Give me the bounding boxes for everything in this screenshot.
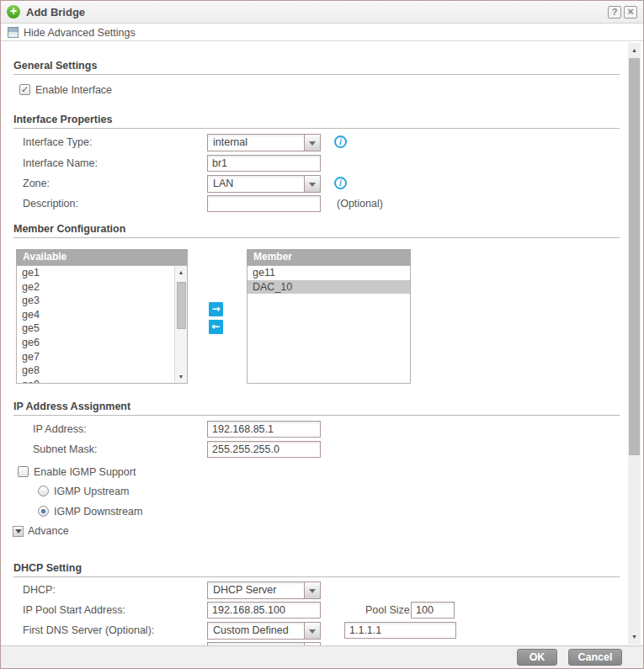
toggle-advanced-settings[interactable]: Hide Advanced Settings <box>24 27 136 39</box>
list-item[interactable]: ge7 <box>17 350 173 364</box>
scroll-up-icon[interactable]: ▲ <box>175 267 187 278</box>
first-dns-custom-input[interactable] <box>344 622 456 639</box>
description-label: Description: <box>23 198 78 210</box>
interface-type-info-icon[interactable]: i <box>334 135 347 148</box>
subnet-mask-label: Subnet Mask: <box>33 443 97 455</box>
advance-label[interactable]: Advance <box>28 525 69 537</box>
pool-size-label: Pool Size: <box>365 604 412 616</box>
available-list-header: Available <box>16 249 188 265</box>
close-button[interactable]: × <box>624 6 637 19</box>
zone-dropdown[interactable]: LAN <box>207 175 321 193</box>
check-icon: ✓ <box>21 84 29 95</box>
first-dns-value: Custom Defined <box>213 624 301 636</box>
dhcp-dropdown[interactable]: DHCP Server <box>207 581 321 599</box>
chevron-down-icon[interactable] <box>304 135 320 151</box>
enable-igmp-label: Enable IGMP Support <box>34 466 136 478</box>
chevron-down-icon[interactable] <box>304 582 320 598</box>
first-dns-dropdown[interactable]: Custom Defined <box>207 622 321 640</box>
section-ip-address-assignment: IP Address Assignment <box>13 401 620 416</box>
enable-igmp-checkbox[interactable] <box>18 466 29 477</box>
dialog-content: General Settings ✓ Enable Interface Inte… <box>1 41 624 647</box>
igmp-upstream-label: IGMP Upstream <box>54 486 129 497</box>
add-icon: + <box>7 5 20 19</box>
list-item[interactable]: ge3 <box>17 294 173 308</box>
interface-name-input[interactable] <box>207 155 321 172</box>
zone-value: LAN <box>213 178 301 189</box>
help-button[interactable]: ? <box>608 6 621 19</box>
list-item[interactable]: ge4 <box>17 308 173 322</box>
available-list: ge1 ge2 ge3 ge4 ge5 ge6 ge7 ge8 ge9 ▲ ▼ <box>16 265 188 384</box>
section-member-configuration: Member Configuration <box>13 223 620 238</box>
ip-address-label: IP Address: <box>33 423 87 435</box>
dhcp-value: DHCP Server <box>213 584 301 596</box>
advance-collapse-button[interactable] <box>13 526 24 537</box>
scrollbar-thumb[interactable] <box>629 58 640 455</box>
interface-type-value: internal <box>213 136 301 148</box>
move-right-button[interactable]: → <box>209 302 223 316</box>
section-general-settings: General Settings <box>13 60 620 75</box>
section-interface-properties: Interface Properties <box>13 114 620 129</box>
first-dns-label: First DNS Server (Optional): <box>23 624 154 636</box>
ok-button[interactable]: OK <box>517 649 557 666</box>
ip-pool-start-input[interactable] <box>207 602 321 619</box>
ip-pool-start-label: IP Pool Start Address: <box>23 604 125 616</box>
cancel-button[interactable]: Cancel <box>568 649 622 666</box>
member-list-header: Member <box>247 249 411 265</box>
advanced-settings-icon <box>8 27 19 38</box>
chevron-down-icon[interactable] <box>304 176 320 192</box>
dhcp-label: DHCP: <box>23 584 56 596</box>
scroll-down-icon[interactable]: ▼ <box>628 631 641 643</box>
scroll-up-icon[interactable]: ▲ <box>628 45 641 56</box>
section-dhcp-setting: DHCP Setting <box>13 562 620 577</box>
list-item[interactable]: ge9 <box>17 378 173 384</box>
dialog-title: Add Bridge <box>26 6 85 19</box>
list-item[interactable]: ge1 <box>17 266 173 280</box>
igmp-downstream-label: IGMP Downstream <box>54 506 142 518</box>
main-scrollbar[interactable]: ▲ ▼ <box>628 43 641 645</box>
description-input[interactable] <box>207 195 321 212</box>
ip-address-input[interactable] <box>207 421 321 438</box>
list-item[interactable]: ge8 <box>17 364 173 378</box>
list-item[interactable]: ge11 <box>247 266 410 280</box>
subnet-mask-input[interactable] <box>207 441 321 458</box>
list-item[interactable]: ge5 <box>17 321 173 336</box>
list-item-selected[interactable]: DAC_10 <box>247 280 410 295</box>
description-optional-hint: (Optional) <box>337 198 383 210</box>
list-item[interactable]: ge2 <box>17 280 173 295</box>
available-list-scrollbar[interactable]: ▲ ▼ <box>174 266 187 383</box>
pool-size-input[interactable] <box>411 602 455 619</box>
member-list: ge11 DAC_10 <box>247 265 411 384</box>
chevron-down-icon[interactable] <box>304 623 320 639</box>
enable-interface-checkbox[interactable]: ✓ <box>19 84 30 95</box>
interface-type-label: Interface Type: <box>23 136 92 148</box>
enable-interface-label: Enable Interface <box>35 84 112 96</box>
list-item[interactable]: ge6 <box>17 336 173 350</box>
interface-type-dropdown[interactable]: internal <box>207 134 321 151</box>
zone-info-icon[interactable]: i <box>334 177 347 189</box>
interface-name-label: Interface Name: <box>23 157 98 169</box>
dialog-toolbar: Hide Advanced Settings <box>1 24 643 41</box>
igmp-upstream-radio[interactable] <box>38 486 49 496</box>
zone-label: Zone: <box>23 178 50 189</box>
igmp-downstream-radio[interactable] <box>38 506 49 517</box>
add-bridge-dialog: + Add Bridge ? × Hide Advanced Settings … <box>0 0 644 669</box>
move-left-button[interactable]: ← <box>209 320 223 334</box>
scroll-down-icon[interactable]: ▼ <box>175 371 187 382</box>
dialog-footer: OK Cancel <box>1 645 643 668</box>
scrollbar-thumb[interactable] <box>177 282 186 329</box>
dialog-titlebar: + Add Bridge ? × <box>1 1 643 24</box>
